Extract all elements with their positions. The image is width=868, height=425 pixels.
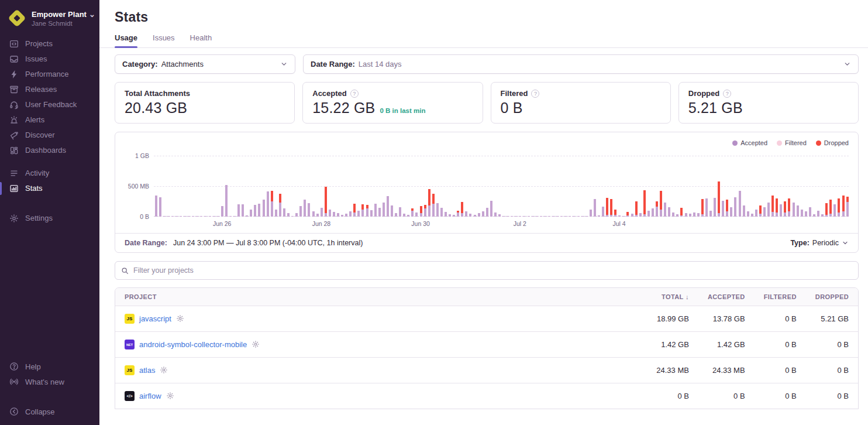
chart-bar	[539, 156, 543, 217]
sidebar-item-whats-new[interactable]: What's new	[0, 374, 99, 389]
chart-bar	[232, 156, 236, 217]
column-header-accepted[interactable]: ACCEPTED	[698, 288, 755, 306]
chart-bar	[821, 156, 825, 217]
project-link[interactable]: android-symbol-collector-mobile	[139, 340, 247, 349]
sidebar-item-settings[interactable]: Settings	[0, 211, 99, 226]
chart-bar	[676, 156, 680, 217]
sidebar-item-performance[interactable]: Performance	[0, 67, 99, 82]
table-header-row: PROJECTTOTAL ↓ACCEPTEDFILTEREDDROPPED	[115, 288, 858, 306]
chart-bar	[552, 156, 556, 217]
legend-label: Accepted	[740, 139, 767, 146]
sidebar-item-alerts[interactable]: Alerts	[0, 112, 99, 128]
chart-area: 1 GB500 MB0 B	[125, 156, 849, 217]
sidebar-item-label: Releases	[25, 85, 57, 94]
chart-bar	[469, 156, 473, 217]
chart-bar	[568, 156, 572, 217]
chart-bar	[721, 156, 725, 217]
sidebar-item-label: Projects	[25, 39, 53, 48]
legend-item-dropped[interactable]: Dropped	[816, 139, 849, 146]
cell-accepted: 24.33 MB	[698, 358, 755, 383]
chart-bar	[398, 156, 402, 217]
sidebar-item-label: Activity	[25, 169, 49, 177]
sidebar-item-help[interactable]: Help	[0, 359, 99, 374]
chart-bar	[564, 156, 568, 217]
column-header-filtered[interactable]: FILTERED	[755, 288, 806, 306]
legend-item-filtered[interactable]: Filtered	[777, 139, 807, 146]
project-settings-gear-icon[interactable]	[176, 314, 184, 324]
cell-filtered: 0 B	[755, 358, 806, 383]
chart-bar	[448, 156, 452, 217]
chart-bar	[663, 156, 667, 217]
sidebar-item-issues[interactable]: Issues	[0, 52, 99, 67]
sidebar-item-user-feedback[interactable]: User Feedback	[0, 97, 99, 112]
chart-bar	[746, 156, 750, 217]
sidebar-secondary-nav: ActivityStatsSettings	[0, 166, 99, 226]
chart-bar	[795, 156, 800, 217]
project-settings-gear-icon[interactable]	[252, 340, 260, 349]
x-axis-tick: Jun 30	[411, 220, 430, 227]
sidebar-item-label: Settings	[25, 214, 53, 222]
chart-bar	[572, 156, 576, 217]
project-search-input[interactable]	[133, 266, 852, 275]
chart-bar	[311, 156, 315, 217]
org-switcher[interactable]: Empower Plant⌄ Jane Schmidt	[0, 8, 99, 36]
project-link[interactable]: javascript	[139, 314, 171, 323]
dashboards-icon	[9, 145, 19, 155]
chart-bar	[626, 156, 630, 217]
gear-icon	[9, 213, 19, 223]
chart-type-select[interactable]: Type: Periodic	[790, 239, 849, 247]
chart-bar	[634, 156, 638, 217]
sidebar-item-collapse[interactable]: Collapse	[0, 404, 99, 419]
chart-bar	[638, 156, 642, 217]
chart-x-axis: Jun 26Jun 28Jun 30Jul 2Jul 4	[154, 217, 849, 229]
chart-bar	[725, 156, 729, 217]
project-settings-gear-icon[interactable]	[160, 366, 168, 375]
category-select[interactable]: Category: Attachments	[115, 54, 295, 74]
cell-accepted: 1.42 GB	[698, 332, 755, 358]
issues-icon	[9, 54, 19, 64]
sidebar-item-activity[interactable]: Activity	[0, 166, 99, 181]
x-axis-tick: Jul 4	[612, 220, 625, 227]
chart-bar	[522, 156, 526, 217]
sidebar-item-dashboards[interactable]: Dashboards	[0, 143, 99, 158]
chart-bar	[464, 156, 469, 217]
chart-bar	[742, 156, 746, 217]
sidebar-item-stats[interactable]: Stats	[0, 181, 99, 196]
tab-usage[interactable]: Usage	[115, 33, 137, 47]
info-icon[interactable]: ?	[350, 90, 359, 98]
category-label: Category:	[122, 60, 158, 68]
column-header-total[interactable]: TOTAL ↓	[634, 288, 698, 306]
search-icon	[121, 267, 129, 275]
sidebar-item-label: Issues	[25, 54, 47, 63]
chart-bar	[750, 156, 754, 217]
chart-bar	[489, 156, 493, 217]
column-header-dropped[interactable]: DROPPED	[806, 288, 858, 306]
daterange-select[interactable]: Date Range: Last 14 days	[303, 54, 859, 74]
chevron-down-icon	[842, 239, 849, 246]
sidebar-item-projects[interactable]: Projects	[0, 36, 99, 52]
stats-icon	[9, 183, 19, 193]
sidebar-item-releases[interactable]: Releases	[0, 82, 99, 97]
chart-bar	[800, 156, 804, 217]
chart-bar	[407, 156, 411, 217]
project-link[interactable]: atlas	[139, 366, 155, 375]
legend-dot-icon	[732, 140, 738, 146]
chart-bar	[274, 156, 278, 217]
cell-filtered: 0 B	[755, 383, 806, 409]
tab-issues[interactable]: Issues	[153, 33, 175, 47]
chart-bar	[791, 156, 795, 217]
chart-bar	[481, 156, 485, 217]
tab-health[interactable]: Health	[190, 33, 212, 47]
chart-bar	[299, 156, 303, 217]
project-link[interactable]: airflow	[139, 392, 161, 400]
chart-bar	[758, 156, 762, 217]
chart-bar	[659, 156, 663, 217]
column-header-project[interactable]: PROJECT	[115, 288, 634, 306]
project-settings-gear-icon[interactable]	[166, 392, 174, 401]
chart-bar	[295, 156, 299, 217]
y-axis-tick: 500 MB	[128, 183, 149, 190]
legend-item-accepted[interactable]: Accepted	[732, 139, 767, 146]
info-icon[interactable]: ?	[723, 90, 731, 98]
info-icon[interactable]: ?	[531, 90, 539, 98]
sidebar-item-discover[interactable]: Discover	[0, 128, 99, 143]
